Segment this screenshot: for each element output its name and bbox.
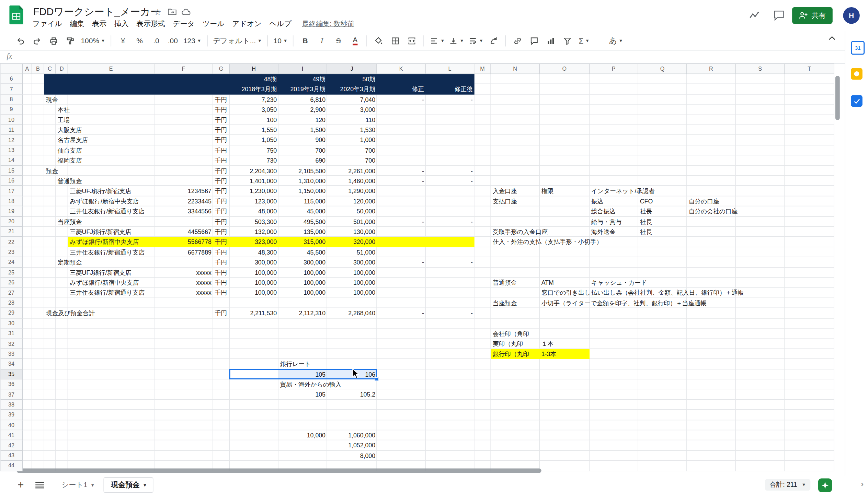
sum-badge[interactable]: 合計: 211▼ xyxy=(765,479,811,491)
share-button[interactable]: 共有 xyxy=(792,7,833,24)
cell-H37[interactable] xyxy=(230,390,278,400)
cell-Q23[interactable] xyxy=(638,247,687,257)
cell-H42[interactable] xyxy=(230,440,278,451)
cell-A16[interactable] xyxy=(23,176,32,186)
cell-R36[interactable] xyxy=(687,379,736,390)
cell-F31[interactable] xyxy=(155,329,213,339)
cell-P30[interactable] xyxy=(590,318,638,329)
comment-history-icon[interactable] xyxy=(773,9,785,21)
font-select[interactable]: デフォルト...▼ xyxy=(211,34,264,47)
cell-T33[interactable] xyxy=(785,349,834,359)
column-header-L[interactable]: L xyxy=(426,64,475,74)
cell-R25[interactable] xyxy=(687,268,736,278)
cell-P32[interactable] xyxy=(590,339,638,349)
cell-T8[interactable] xyxy=(785,94,834,105)
cell-N43[interactable] xyxy=(491,451,540,461)
cell-D23[interactable] xyxy=(56,247,68,257)
column-header-B[interactable]: B xyxy=(32,64,44,74)
row-header-23[interactable]: 23 xyxy=(1,247,23,257)
row-header-26[interactable]: 26 xyxy=(1,278,23,288)
cell-H33[interactable] xyxy=(230,349,278,359)
cell-B42[interactable] xyxy=(32,440,44,451)
cell-A9[interactable] xyxy=(23,105,32,115)
cell-D34[interactable] xyxy=(56,359,68,369)
menu-アドオン[interactable]: アドオン xyxy=(228,17,265,31)
cell-O41[interactable] xyxy=(540,430,590,440)
cell-P29[interactable] xyxy=(590,308,638,318)
italic-button[interactable]: I xyxy=(313,34,330,47)
cell-K21[interactable] xyxy=(377,227,426,237)
last-edit-link[interactable]: 最終編集: 数秒前 xyxy=(302,19,354,28)
cell-P35[interactable] xyxy=(590,369,638,379)
all-sheets-icon[interactable] xyxy=(35,481,45,489)
cell-S35[interactable] xyxy=(736,369,785,379)
cell-Q30[interactable] xyxy=(638,318,687,329)
cell-R30[interactable] xyxy=(687,318,736,329)
cell-M41[interactable] xyxy=(475,430,491,440)
cell-M13[interactable] xyxy=(475,145,491,156)
cell-Q29[interactable] xyxy=(638,308,687,318)
cell-Q42[interactable] xyxy=(638,440,687,451)
cell-S21[interactable] xyxy=(736,227,785,237)
cell-L30[interactable] xyxy=(426,318,475,329)
account-avatar[interactable]: H xyxy=(843,7,859,24)
cell-P33[interactable] xyxy=(590,349,638,359)
cell-P13[interactable] xyxy=(590,145,638,156)
row-header-30[interactable]: 30 xyxy=(1,318,23,329)
row-header-16[interactable]: 16 xyxy=(1,176,23,186)
row-header-28[interactable]: 28 xyxy=(1,298,23,308)
cell-G34[interactable] xyxy=(213,359,230,369)
cell-T42[interactable] xyxy=(785,440,834,451)
cell-P8[interactable] xyxy=(590,94,638,105)
cell-O34[interactable] xyxy=(540,359,590,369)
cell-A30[interactable] xyxy=(23,318,32,329)
column-header-A[interactable]: A xyxy=(23,64,32,74)
cell-N11[interactable] xyxy=(491,125,540,135)
cell-N38[interactable] xyxy=(491,400,540,410)
cell-C26[interactable] xyxy=(44,278,56,288)
cell-L21[interactable] xyxy=(426,227,475,237)
cell-P36[interactable] xyxy=(590,379,638,390)
cell-D41[interactable] xyxy=(56,430,68,440)
cell-M15[interactable] xyxy=(475,166,491,176)
cell-A23[interactable] xyxy=(23,247,32,257)
cell-C32[interactable] xyxy=(44,339,56,349)
cell-B31[interactable] xyxy=(32,329,44,339)
row-header-25[interactable]: 25 xyxy=(1,268,23,278)
cell-S18[interactable] xyxy=(736,196,785,207)
column-header-J[interactable]: J xyxy=(327,64,377,74)
cell-F33[interactable] xyxy=(155,349,213,359)
cell-R26[interactable] xyxy=(687,278,736,288)
row-header-39[interactable]: 39 xyxy=(1,410,23,420)
cell-H41[interactable] xyxy=(230,430,278,440)
cell-K28[interactable] xyxy=(377,298,426,308)
cell-R14[interactable] xyxy=(687,155,736,166)
row-header-7[interactable]: 7 xyxy=(1,84,23,95)
cell-B10[interactable] xyxy=(32,115,44,125)
cell-B17[interactable] xyxy=(32,186,44,196)
cell-E8[interactable] xyxy=(68,94,155,105)
cell-S34[interactable] xyxy=(736,359,785,369)
cell-M34[interactable] xyxy=(475,359,491,369)
row-header-31[interactable]: 31 xyxy=(1,329,23,339)
cell-C11[interactable] xyxy=(44,125,56,135)
row-header-24[interactable]: 24 xyxy=(1,257,23,268)
cell-P41[interactable] xyxy=(590,430,638,440)
cell-R44[interactable] xyxy=(687,461,736,471)
cell-K37[interactable] xyxy=(377,390,426,400)
cell-N16[interactable] xyxy=(491,176,540,186)
cell-C14[interactable] xyxy=(44,155,56,166)
cell-A22[interactable] xyxy=(23,237,32,247)
cell-Q14[interactable] xyxy=(638,155,687,166)
cell-P23[interactable] xyxy=(590,247,638,257)
cell-N14[interactable] xyxy=(491,155,540,166)
cell-F42[interactable] xyxy=(155,440,213,451)
cell-M28[interactable] xyxy=(475,298,491,308)
cell-S44[interactable] xyxy=(736,461,785,471)
cell-A28[interactable] xyxy=(23,298,32,308)
cell-T31[interactable] xyxy=(785,329,834,339)
cell-F28[interactable] xyxy=(155,298,213,308)
cell-G37[interactable] xyxy=(213,390,230,400)
cell-S39[interactable] xyxy=(736,410,785,420)
cell-B40[interactable] xyxy=(32,420,44,431)
